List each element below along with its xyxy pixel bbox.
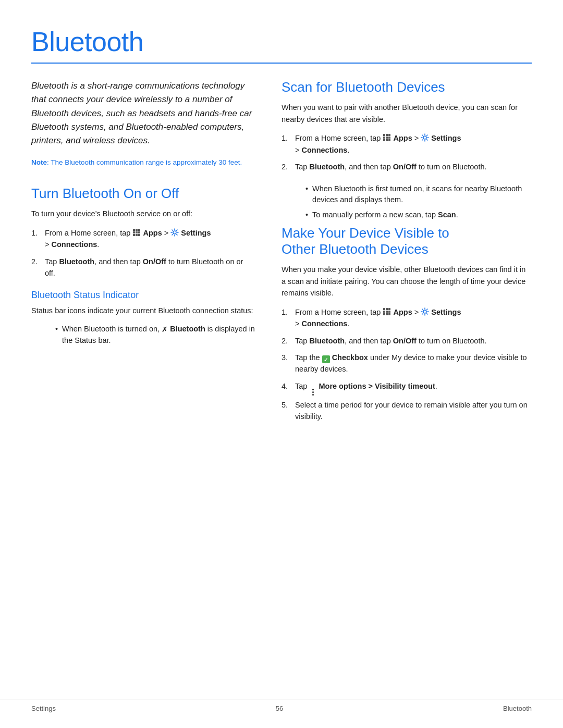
scan-bluetooth-heading: Scan for Bluetooth Devices [282, 79, 532, 95]
svg-rect-27 [386, 313, 388, 315]
note-text: Note: The Bluetooth communication range … [31, 157, 255, 168]
svg-rect-4 [136, 231, 138, 233]
page-title: Bluetooth [31, 26, 532, 57]
svg-rect-26 [383, 313, 385, 315]
svg-rect-12 [388, 134, 390, 136]
apps-label: Apps [143, 229, 162, 237]
visible-step-5: Select a time period for your device to … [282, 399, 532, 423]
visible-step-2: Tap Bluetooth, and then tap On/Off to tu… [282, 335, 532, 347]
turn-bluetooth-steps: From a Home screen, tap [31, 227, 255, 279]
svg-rect-20 [383, 308, 385, 310]
left-column: Bluetooth is a short-range communication… [31, 79, 255, 433]
bullet-bluetooth-on: When Bluetooth is turned on, ✗ Bluetooth… [55, 324, 255, 347]
svg-rect-2 [138, 229, 140, 231]
bluetooth-status-bullets: When Bluetooth is turned on, ✗ Bluetooth… [45, 324, 255, 347]
svg-rect-3 [133, 231, 135, 233]
svg-rect-18 [388, 139, 390, 141]
svg-point-19 [423, 136, 426, 139]
connections-label: Connections [52, 240, 97, 249]
svg-rect-13 [383, 137, 385, 139]
svg-rect-14 [386, 137, 388, 139]
bluetooth-status-body: Status bar icons indicate your current B… [31, 305, 255, 316]
make-visible-heading: Make Your Device Visible toOther Bluetoo… [282, 225, 532, 257]
settings-icon [170, 228, 179, 237]
visible-step-3: Tap the ✓ Checkbox under My device to ma… [282, 352, 532, 375]
scan-bluetooth-bullets: When Bluetooth is first turned on, it sc… [295, 183, 532, 221]
svg-point-29 [423, 310, 426, 313]
visible-step-4: Tap More options > Visibility timeout. [282, 380, 532, 394]
svg-rect-28 [388, 313, 390, 315]
scan-step-2: Tap Bluetooth, and then tap On/Off to tu… [282, 161, 532, 172]
svg-rect-23 [383, 311, 385, 313]
svg-rect-10 [383, 134, 385, 136]
scan-bluetooth-body: When you want to pair with another Bluet… [282, 102, 532, 125]
note-body: : The Bluetooth communication range is a… [47, 158, 242, 166]
svg-rect-8 [138, 234, 140, 236]
settings-icon-3 [421, 307, 429, 316]
svg-rect-17 [386, 139, 388, 141]
svg-rect-22 [388, 308, 390, 310]
scan-step-1: From a Home screen, tap [282, 132, 532, 156]
turn-bluetooth-heading: Turn Bluetooth On or Off [31, 186, 255, 202]
make-visible-body: When you make your device visible, other… [282, 264, 532, 299]
svg-rect-25 [388, 311, 390, 313]
svg-rect-15 [388, 137, 390, 139]
svg-rect-1 [136, 229, 138, 231]
svg-rect-11 [386, 134, 388, 136]
apps-icon-2 [383, 133, 391, 142]
bluetooth-symbol-icon: ✗ [162, 324, 168, 335]
step-1: From a Home screen, tap [31, 227, 255, 251]
apps-icon-3 [383, 307, 391, 316]
footer-left: Settings [31, 705, 56, 712]
title-rule [31, 63, 532, 64]
make-visible-steps: From a Home screen, tap [282, 306, 532, 423]
settings-label: Settings [181, 229, 211, 237]
svg-rect-24 [386, 311, 388, 313]
bluetooth-status-heading: Bluetooth Status Indicator [31, 290, 255, 301]
visible-step-1: From a Home screen, tap [282, 306, 532, 330]
svg-rect-16 [383, 139, 385, 141]
checkbox-icon: ✓ [322, 355, 330, 363]
footer: Settings 56 Bluetooth [0, 699, 563, 712]
scan-bluetooth-steps: From a Home screen, tap [282, 132, 532, 172]
svg-rect-6 [133, 234, 135, 236]
note-label: Note [31, 158, 47, 166]
footer-center: 56 [276, 705, 283, 712]
page: Bluetooth Bluetooth is a short-range com… [0, 0, 563, 728]
scan-bullet-2: To manually perform a new scan, tap Scan… [305, 209, 532, 221]
more-options-icon [309, 389, 316, 396]
svg-point-9 [173, 231, 176, 234]
turn-bluetooth-body: To turn your device’s Bluetooth service … [31, 208, 255, 219]
footer-right: Bluetooth [503, 705, 532, 712]
svg-rect-0 [133, 229, 135, 231]
svg-rect-21 [386, 308, 388, 310]
svg-rect-5 [138, 231, 140, 233]
svg-rect-7 [136, 234, 138, 236]
settings-icon-2 [421, 133, 429, 142]
intro-text: Bluetooth is a short-range communication… [31, 79, 255, 148]
step-2: Tap Bluetooth, and then tap On/Off to tu… [31, 256, 255, 279]
apps-icon [132, 228, 141, 237]
right-column: Scan for Bluetooth Devices When you want… [282, 79, 532, 433]
content-columns: Bluetooth is a short-range communication… [31, 79, 532, 433]
scan-bullet-1: When Bluetooth is first turned on, it sc… [305, 183, 532, 206]
